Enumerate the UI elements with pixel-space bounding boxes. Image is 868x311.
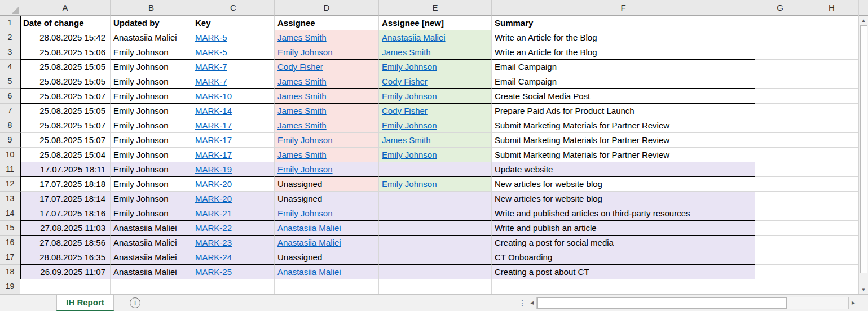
cell-H2[interactable]: [805, 30, 858, 45]
cell-C16[interactable]: MARK-23: [192, 236, 275, 250]
cell-A19[interactable]: [20, 279, 111, 294]
row-number-3[interactable]: 3: [0, 45, 20, 60]
row-number-9[interactable]: 9: [0, 133, 20, 148]
assignee-new-link[interactable]: James Smith: [382, 135, 431, 145]
cell-G8[interactable]: [755, 118, 805, 133]
cell-D5[interactable]: James Smith: [275, 74, 379, 89]
assignee-link[interactable]: James Smith: [277, 150, 327, 159]
assignee-new-link[interactable]: Anastasiia Maliei: [382, 33, 446, 42]
scroll-down-button[interactable]: ▼: [859, 285, 868, 294]
row-number-5[interactable]: 5: [0, 74, 20, 89]
row-number-8[interactable]: 8: [0, 118, 20, 133]
assignee-new-link[interactable]: Emily Johnson: [382, 150, 437, 159]
cell-A14[interactable]: 17.07.2025 18:16: [20, 206, 111, 221]
cell-C3[interactable]: MARK-5: [192, 45, 275, 60]
cell-A2[interactable]: 28.08.2025 15:42: [20, 30, 111, 45]
column-header-F[interactable]: F: [492, 0, 755, 16]
cell-G5[interactable]: [755, 74, 805, 89]
scroll-up-button[interactable]: ▲: [859, 16, 868, 25]
cell-C10[interactable]: MARK-17: [192, 148, 275, 162]
cell-F13[interactable]: New articles for website blog: [492, 192, 755, 206]
issue-key-link[interactable]: MARK-17: [195, 121, 232, 130]
cell-F17[interactable]: CT Onboarding: [492, 250, 755, 265]
cell-B9[interactable]: Emily Johnson: [111, 133, 192, 148]
row-number-4[interactable]: 4: [0, 60, 20, 74]
cell-H17[interactable]: [805, 250, 858, 265]
cell-H5[interactable]: [805, 74, 858, 89]
cell-B18[interactable]: Anastasiia Maliei: [111, 265, 192, 279]
cell-C13[interactable]: MARK-20: [192, 192, 275, 206]
cell-F18[interactable]: Creating a post about CT: [492, 265, 755, 279]
cell-E15[interactable]: [379, 221, 492, 236]
cell-G11[interactable]: [755, 162, 805, 177]
cell-C14[interactable]: MARK-21: [192, 206, 275, 221]
row-number-6[interactable]: 6: [0, 89, 20, 104]
cell-A13[interactable]: 17.07.2025 18:14: [20, 192, 111, 206]
assignee-link[interactable]: Anastasiia Maliei: [277, 238, 341, 247]
cell-B15[interactable]: Anastasiia Maliei: [111, 221, 192, 236]
cell-C11[interactable]: MARK-19: [192, 162, 275, 177]
cell-F5[interactable]: Email Campaign: [492, 74, 755, 89]
row-number-15[interactable]: 15: [0, 221, 20, 236]
cell-H12[interactable]: [805, 177, 858, 192]
cell-F3[interactable]: Write an Article for the Blog: [492, 45, 755, 60]
cell-G19[interactable]: [755, 279, 805, 294]
cell-B8[interactable]: Emily Johnson: [111, 118, 192, 133]
cell-F14[interactable]: Write and published articles on third-pa…: [492, 206, 755, 221]
cell-B17[interactable]: Anastasiia Maliei: [111, 250, 192, 265]
cell-D13[interactable]: Unassigned: [275, 192, 379, 206]
horizontal-scrollbar[interactable]: ◀ ▶: [527, 295, 858, 311]
cell-D3[interactable]: Emily Johnson: [275, 45, 379, 60]
cell-G9[interactable]: [755, 133, 805, 148]
cell-G15[interactable]: [755, 221, 805, 236]
cell-D16[interactable]: Anastasiia Maliei: [275, 236, 379, 250]
assignee-new-link[interactable]: Cody Fisher: [382, 106, 428, 115]
cell-E11[interactable]: [379, 162, 492, 177]
cell-B5[interactable]: Emily Johnson: [111, 74, 192, 89]
cell-G17[interactable]: [755, 250, 805, 265]
cell-C19[interactable]: [192, 279, 275, 294]
cell-F2[interactable]: Write an Article for the Blog: [492, 30, 755, 45]
cell-B6[interactable]: Emily Johnson: [111, 89, 192, 104]
cell-E8[interactable]: Emily Johnson: [379, 118, 492, 133]
assignee-link[interactable]: Cody Fisher: [277, 62, 323, 72]
cell-C5[interactable]: MARK-7: [192, 74, 275, 89]
issue-key-link[interactable]: MARK-20: [195, 194, 232, 203]
row-number-16[interactable]: 16: [0, 236, 20, 250]
cell-D17[interactable]: Unassigned: [275, 250, 379, 265]
cell-H3[interactable]: [805, 45, 858, 60]
assignee-new-link[interactable]: Cody Fisher: [382, 77, 428, 86]
assignee-link[interactable]: James Smith: [277, 91, 327, 101]
cell-F15[interactable]: Write and publish an article: [492, 221, 755, 236]
row-number-12[interactable]: 12: [0, 177, 20, 192]
cell-F7[interactable]: Prepare Paid Ads for Product Launch: [492, 104, 755, 118]
row-number-18[interactable]: 18: [0, 265, 20, 279]
cell-A8[interactable]: 25.08.2025 15:07: [20, 118, 111, 133]
cell-F4[interactable]: Email Campaign: [492, 60, 755, 74]
assignee-new-link[interactable]: Emily Johnson: [382, 121, 437, 130]
scrollbar-resize-handle[interactable]: ⋮: [518, 295, 527, 311]
column-header-D[interactable]: D: [275, 0, 379, 16]
cell-C2[interactable]: MARK-5: [192, 30, 275, 45]
cell-C9[interactable]: MARK-17: [192, 133, 275, 148]
cell-G13[interactable]: [755, 192, 805, 206]
assignee-new-link[interactable]: Emily Johnson: [382, 62, 437, 72]
cell-G1[interactable]: [755, 16, 805, 30]
row-number-2[interactable]: 2: [0, 30, 20, 45]
cell-F9[interactable]: Submit Marketing Materials for Partner R…: [492, 133, 755, 148]
horizontal-scroll-track[interactable]: [536, 297, 849, 309]
assignee-new-link[interactable]: Emily Johnson: [382, 91, 437, 101]
cell-G6[interactable]: [755, 89, 805, 104]
cell-E9[interactable]: James Smith: [379, 133, 492, 148]
cell-H14[interactable]: [805, 206, 858, 221]
vertical-scroll-track[interactable]: [859, 25, 868, 285]
issue-key-link[interactable]: MARK-22: [195, 223, 232, 233]
assignee-link[interactable]: Emily Johnson: [277, 47, 333, 57]
vertical-scrollbar[interactable]: ▲ ▼: [858, 0, 868, 294]
cell-E12[interactable]: Emily Johnson: [379, 177, 492, 192]
cell-E16[interactable]: [379, 236, 492, 250]
cell-B10[interactable]: Emily Johnson: [111, 148, 192, 162]
cell-D4[interactable]: Cody Fisher: [275, 60, 379, 74]
cell-B12[interactable]: Emily Johnson: [111, 177, 192, 192]
issue-key-link[interactable]: MARK-7: [195, 77, 227, 86]
